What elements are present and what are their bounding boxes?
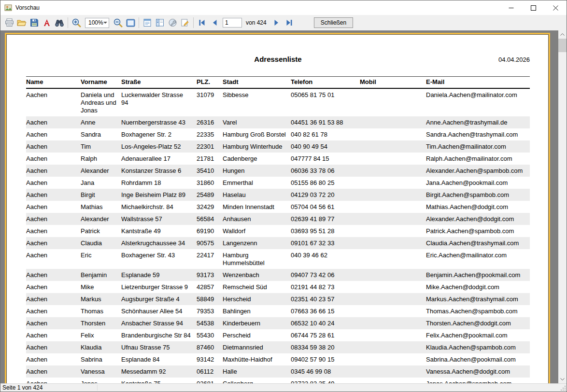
cell-stadt: Haselau: [223, 189, 291, 201]
cell-strasse: Alsterkrugchaussee 34: [121, 237, 197, 249]
column-header: E-Mail: [426, 77, 530, 89]
cell-mobil: [360, 249, 426, 269]
table-row: AachenVanessaMessedamm 9206112Halle0345 …: [26, 365, 530, 378]
save-button[interactable]: [28, 16, 41, 29]
cell-email: Alexander.Aachen@dodgit.com: [426, 213, 530, 225]
cell-telefon: 07663 36 66 15: [291, 305, 360, 317]
cell-name: Aachen: [26, 116, 81, 128]
page-settings-button[interactable]: [141, 16, 154, 29]
scroll-up-button[interactable]: [558, 30, 567, 39]
cell-vorname: Eric: [81, 249, 121, 269]
cell-name: Aachen: [26, 213, 81, 225]
cell-vorname: Benjamin: [81, 269, 121, 281]
cell-mobil: [360, 213, 426, 225]
cell-stadt: Varel: [223, 116, 291, 128]
search-button[interactable]: [53, 16, 66, 29]
cell-strasse: Luckenwalder Strasse 94: [121, 88, 197, 116]
cell-plz: 31079: [197, 88, 223, 116]
chevron-down-icon: [103, 22, 107, 24]
cell-plz: 93142: [197, 353, 223, 365]
toolbar-separator: [139, 17, 139, 28]
cell-stadt: Remscheid Süd: [223, 281, 291, 293]
cell-plz: 22301: [197, 140, 223, 153]
page-number-input[interactable]: [223, 18, 242, 28]
table-header-row: NameVornameStraßePLZ.StadtTelefonMobilE-…: [26, 77, 530, 89]
zoom-out-button[interactable]: [112, 16, 124, 29]
export-pdf-button[interactable]: [41, 16, 53, 29]
cell-plz: 22417: [197, 249, 223, 269]
first-page-button[interactable]: [196, 16, 208, 29]
cell-vorname: Tim: [81, 140, 121, 153]
cell-strasse: Ufnau Strasse 75: [121, 341, 197, 353]
report-title: Adressenliste: [26, 55, 530, 63]
cell-stadt: Kinderbeuern: [223, 317, 291, 329]
cell-plz: 90575: [197, 237, 223, 249]
pdf-icon: [43, 19, 51, 27]
cell-plz: 79353: [197, 305, 223, 317]
close-button[interactable]: [544, 0, 567, 15]
close-preview-button[interactable]: Schließen: [314, 17, 353, 28]
previous-page-button[interactable]: [208, 16, 221, 29]
options-button[interactable]: [166, 16, 179, 29]
fit-page-button[interactable]: [124, 16, 137, 29]
edit-button[interactable]: [179, 16, 191, 29]
last-page-button[interactable]: [283, 16, 296, 29]
cell-vorname: Patrick: [81, 225, 121, 237]
cell-strasse: Ansbacher Strasse 94: [121, 317, 197, 329]
cell-mobil: [360, 165, 426, 177]
table-row: AachenBirgitInge Beisheim Platz 8925489H…: [26, 189, 530, 201]
open-folder-icon: [17, 18, 27, 27]
column-header: Stadt: [223, 77, 291, 89]
cell-email: Ralph.Aachen@mailinator.com: [426, 153, 530, 165]
cell-telefon: 047777 84 15: [291, 153, 360, 165]
cell-name: Aachen: [26, 365, 81, 378]
zoom-value: 100%: [88, 19, 103, 26]
cell-vorname: Mathias: [81, 201, 121, 213]
cell-plz: 55430: [197, 329, 223, 341]
zoom-select[interactable]: 100%: [85, 18, 109, 28]
table-row: AachenDaniela und Andreas und JonasLucke…: [26, 88, 530, 116]
cell-telefon: 05155 86 80 25: [291, 177, 360, 189]
cell-strasse: Boxhagener Str. 2: [121, 128, 197, 140]
cell-mobil: [360, 353, 426, 365]
outline-button[interactable]: [154, 16, 166, 29]
cell-email: Mike.Aachen@dodgit.com: [426, 281, 530, 293]
scroll-down-button[interactable]: [558, 375, 567, 383]
resize-grip[interactable]: [560, 385, 566, 391]
cell-stadt: Sibbesse: [223, 88, 291, 116]
chevron-up-icon: [560, 33, 565, 36]
table-row: AachenBenjaminEsplanade 5993173Wenzenbac…: [26, 269, 530, 281]
maximize-button[interactable]: [522, 0, 544, 15]
preview-window: Vorschau 100%: [0, 0, 567, 392]
cell-name: Aachen: [26, 153, 81, 165]
cell-strasse: Nuernbergerstrasse 43: [121, 116, 197, 128]
zoom-in-button[interactable]: [70, 16, 83, 29]
column-header: Name: [26, 77, 81, 89]
cell-vorname: Mike: [81, 281, 121, 293]
cell-vorname: Daniela und Andreas und Jonas: [81, 88, 121, 116]
cell-telefon: 06744 75 28 61: [291, 329, 360, 341]
open-button[interactable]: [15, 16, 28, 29]
cell-mobil: [360, 201, 426, 213]
cell-strasse: Konstanzer Strasse 6: [121, 165, 197, 177]
cell-email: Birgit.Aachen@spambob.com: [426, 189, 530, 201]
first-page-icon: [198, 19, 206, 26]
cell-vorname: Alexander: [81, 213, 121, 225]
table-row: AachenMathiasMichaelkirchstr. 8432429Min…: [26, 201, 530, 213]
cell-name: Aachen: [26, 177, 81, 189]
cell-vorname: Sandra: [81, 128, 121, 140]
cell-email: Mathias.Aachen@dodgit.com: [426, 201, 530, 213]
cell-plz: 32429: [197, 201, 223, 213]
cell-email: Klaudia.Aachen@spambob.com: [426, 341, 530, 353]
cell-strasse: Rohrdamm 18: [121, 177, 197, 189]
page-status: Seite 1 von 424: [0, 384, 43, 391]
cell-plz: 26316: [197, 116, 223, 128]
vertical-scrollbar[interactable]: [558, 30, 567, 383]
print-button[interactable]: [3, 16, 15, 29]
next-page-button[interactable]: [270, 16, 283, 29]
cell-stadt: Walldorf: [223, 225, 291, 237]
cell-mobil: [360, 237, 426, 249]
minimize-button[interactable]: [500, 0, 522, 15]
cell-stadt: Herscheid: [223, 293, 291, 305]
scrollbar-thumb[interactable]: [558, 39, 567, 52]
